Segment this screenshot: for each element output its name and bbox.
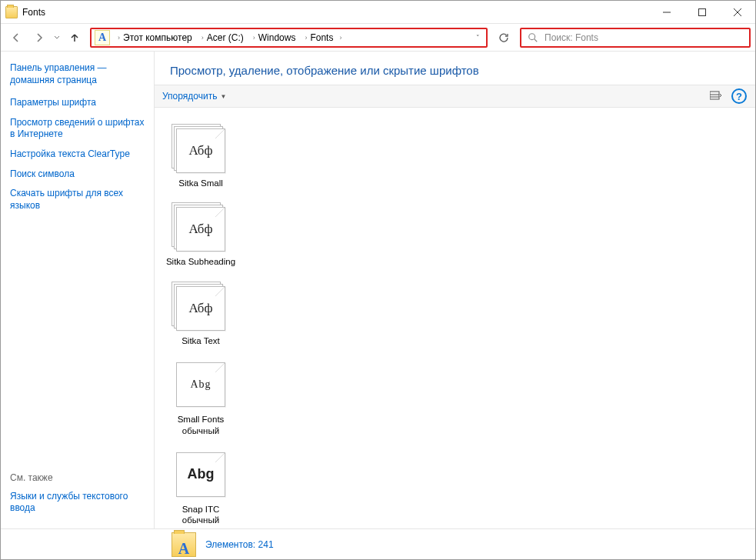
- chevron-right-icon: ›: [339, 34, 341, 42]
- breadcrumb-item[interactable]: ›Acer (C:): [197, 29, 248, 46]
- font-item[interactable]: АбфSitka Subheading: [160, 198, 241, 271]
- font-label: Sitka Text: [182, 335, 220, 346]
- chevron-down-icon: ▼: [220, 93, 226, 100]
- font-preview-thumb: Абф: [172, 202, 230, 252]
- font-grid[interactable]: АбфSitka SmallАбфSitka SubheadingАбфSitk…: [155, 108, 755, 528]
- help-button[interactable]: ?: [731, 88, 748, 105]
- font-preview-text: Abg: [176, 362, 225, 407]
- see-also-heading: См. также: [10, 472, 145, 483]
- svg-point-4: [529, 33, 535, 39]
- search-icon: [528, 32, 538, 43]
- svg-rect-1: [699, 8, 706, 15]
- search-box[interactable]: Поиск: Fonts: [520, 28, 751, 48]
- forward-button[interactable]: [28, 27, 50, 48]
- font-item[interactable]: АбфSitka Text: [160, 278, 241, 350]
- font-label: Sitka Subheading: [166, 256, 235, 267]
- chevron-right-icon: ›: [201, 34, 204, 42]
- address-dropdown[interactable]: ˅: [470, 34, 486, 42]
- folder-icon: [5, 6, 18, 18]
- sidebar-link-font-info-online[interactable]: Просмотр сведений о шрифтах в Интернете: [10, 114, 145, 144]
- sidebar-link-find-char[interactable]: Поиск символа: [10, 165, 145, 184]
- svg-line-5: [535, 38, 538, 42]
- font-preview-thumb: Абф: [172, 124, 230, 173]
- sidebar-link-cleartype[interactable]: Настройка текста ClearType: [10, 145, 145, 164]
- font-label: Sitka Small: [178, 178, 223, 188]
- view-options-button[interactable]: [708, 88, 724, 105]
- recent-dropdown[interactable]: [52, 27, 62, 48]
- font-item[interactable]: AbgSnap ITC обычный: [160, 446, 241, 528]
- toolbar: Упорядочить ▼ ?: [155, 85, 755, 108]
- chevron-right-icon: ›: [118, 34, 120, 42]
- font-label: Snap ITC обычный: [164, 504, 238, 526]
- sidebar-link-font-settings[interactable]: Параметры шрифта: [10, 94, 145, 112]
- font-preview-text: Абф: [176, 286, 225, 331]
- fonts-folder-icon: A: [95, 30, 110, 45]
- titlebar: Fonts: [1, 1, 755, 24]
- back-button[interactable]: [5, 27, 27, 48]
- navbar: A ›Этот компьютер ›Acer (C:) ›Windows ›F…: [1, 24, 755, 52]
- font-preview-thumb: Abg: [172, 450, 230, 499]
- breadcrumb-item[interactable]: ›Windows: [248, 29, 301, 46]
- sidebar-link-download-fonts[interactable]: Скачать шрифты для всех языков: [10, 185, 145, 215]
- chevron-right-icon: ›: [253, 34, 255, 42]
- statusbar: A Элементов: 241: [1, 528, 755, 559]
- breadcrumb-item[interactable]: ›Fonts›: [300, 29, 346, 46]
- search-placeholder: Поиск: Fonts: [545, 32, 598, 43]
- refresh-button[interactable]: [492, 28, 515, 48]
- sidebar-link-languages[interactable]: Языки и службы текстового ввода: [10, 488, 145, 518]
- address-bar[interactable]: A ›Этот компьютер ›Acer (C:) ›Windows ›F…: [90, 28, 488, 48]
- font-preview-text: Абф: [176, 207, 225, 252]
- font-label: Small Fonts обычный: [164, 414, 238, 436]
- control-panel-home-link[interactable]: Панель управления — домашняя страница: [10, 62, 145, 86]
- up-button[interactable]: [64, 27, 85, 48]
- organize-button[interactable]: Упорядочить ▼: [162, 91, 226, 102]
- minimize-button[interactable]: [649, 1, 684, 24]
- sidebar: Панель управления — домашняя страница Па…: [1, 52, 155, 528]
- font-preview-thumb: Abg: [172, 360, 230, 409]
- page-heading: Просмотр, удаление, отображение или скры…: [155, 52, 755, 85]
- window-title: Fonts: [22, 7, 45, 18]
- font-preview-thumb: Абф: [172, 282, 230, 331]
- font-item[interactable]: АбфSitka Small: [160, 120, 241, 192]
- font-preview-text: Abg: [176, 452, 225, 497]
- fonts-folder-icon: A: [172, 532, 196, 557]
- item-count: Элементов: 241: [205, 539, 274, 550]
- font-preview-text: Абф: [176, 128, 225, 173]
- content-area: Просмотр, удаление, отображение или скры…: [155, 52, 755, 528]
- breadcrumb-item[interactable]: ›Этот компьютер: [113, 29, 197, 46]
- chevron-right-icon: ›: [305, 34, 307, 42]
- maximize-button[interactable]: [684, 1, 720, 24]
- svg-rect-6: [710, 92, 719, 99]
- font-item[interactable]: AbgSmall Fonts обычный: [160, 356, 241, 440]
- close-button[interactable]: [720, 1, 755, 24]
